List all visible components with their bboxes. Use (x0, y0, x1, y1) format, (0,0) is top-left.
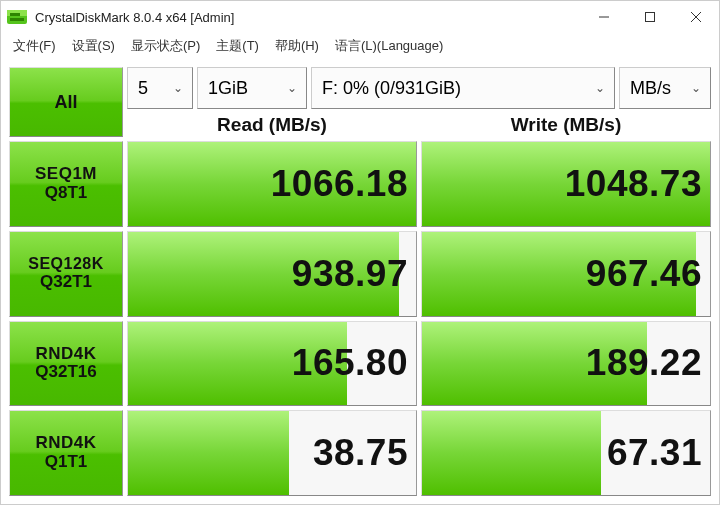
write-seq128k-cell: 967.46 (421, 231, 711, 317)
test-size-select[interactable]: 1GiB ⌄ (197, 67, 307, 109)
read-rnd4k-q32-cell: 165.80 (127, 321, 417, 407)
menu-language[interactable]: 语言(L)(Language) (327, 34, 451, 58)
write-rnd4k-q32-cell: 189.22 (421, 321, 711, 407)
test-label-l2: Q1T1 (45, 453, 88, 472)
read-rnd4k-q1-cell: 38.75 (127, 410, 417, 496)
write-seq128k-value: 967.46 (586, 232, 702, 316)
test-label-l2: Q32T1 (40, 273, 92, 292)
write-rnd4k-q1-value: 67.31 (607, 411, 702, 495)
menu-status[interactable]: 显示状态(P) (123, 34, 208, 58)
test-label-l1: RND4K (35, 434, 96, 453)
window-title: CrystalDiskMark 8.0.4 x64 [Admin] (35, 10, 581, 25)
read-seq1m-value: 1066.18 (271, 142, 408, 226)
unit-value: MB/s (630, 78, 684, 99)
run-seq1m-button[interactable]: SEQ1M Q8T1 (9, 141, 123, 227)
toolbar: 5 ⌄ 1GiB ⌄ F: 0% (0/931GiB) ⌄ MB/s ⌄ (127, 67, 711, 109)
chevron-down-icon: ⌄ (684, 81, 704, 95)
menubar: 文件(F) 设置(S) 显示状态(P) 主题(T) 帮助(H) 语言(L)(La… (1, 33, 719, 60)
read-seq128k-value: 938.97 (292, 232, 408, 316)
app-window: CrystalDiskMark 8.0.4 x64 [Admin] 文件(F) … (0, 0, 720, 505)
svg-rect-4 (646, 13, 655, 22)
run-rnd4k-q1-button[interactable]: RND4K Q1T1 (9, 410, 123, 496)
menu-settings[interactable]: 设置(S) (64, 34, 123, 58)
read-rnd4k-q1-value: 38.75 (313, 411, 408, 495)
close-icon (691, 12, 701, 22)
window-controls (581, 1, 719, 33)
test-count-select[interactable]: 5 ⌄ (127, 67, 193, 109)
maximize-icon (645, 12, 655, 22)
minimize-button[interactable] (581, 1, 627, 33)
chevron-down-icon: ⌄ (588, 81, 608, 95)
write-seq1m-value: 1048.73 (565, 142, 702, 226)
run-all-button[interactable]: All (9, 67, 123, 137)
chevron-down-icon: ⌄ (280, 81, 300, 95)
write-seq1m-cell: 1048.73 (421, 141, 711, 227)
menu-file[interactable]: 文件(F) (5, 34, 64, 58)
minimize-icon (599, 12, 609, 22)
test-label-l1: SEQ128K (28, 255, 104, 273)
close-button[interactable] (673, 1, 719, 33)
svg-rect-2 (10, 13, 20, 16)
menu-theme[interactable]: 主题(T) (208, 34, 267, 58)
test-label-l2: Q8T1 (45, 184, 88, 203)
read-seq128k-cell: 938.97 (127, 231, 417, 317)
test-label-l2: Q32T16 (35, 363, 96, 382)
content-area: All 5 ⌄ 1GiB ⌄ F: 0% (0/931GiB) ⌄ MB/s ⌄ (1, 60, 719, 504)
unit-select[interactable]: MB/s ⌄ (619, 67, 711, 109)
write-rnd4k-q1-cell: 67.31 (421, 410, 711, 496)
test-label-l1: SEQ1M (35, 165, 97, 184)
test-label-l1: RND4K (35, 345, 96, 364)
run-all-label: All (54, 92, 77, 113)
benchmark-grid: All 5 ⌄ 1GiB ⌄ F: 0% (0/931GiB) ⌄ MB/s ⌄ (9, 67, 711, 496)
write-bar (422, 411, 601, 495)
chevron-down-icon: ⌄ (166, 81, 186, 95)
run-seq128k-button[interactable]: SEQ128K Q32T1 (9, 231, 123, 317)
maximize-button[interactable] (627, 1, 673, 33)
titlebar: CrystalDiskMark 8.0.4 x64 [Admin] (1, 1, 719, 33)
test-count-value: 5 (138, 78, 166, 99)
app-icon (7, 7, 27, 27)
run-rnd4k-q32-button[interactable]: RND4K Q32T16 (9, 321, 123, 407)
write-header: Write (MB/s) (421, 113, 711, 137)
drive-select[interactable]: F: 0% (0/931GiB) ⌄ (311, 67, 615, 109)
test-size-value: 1GiB (208, 78, 280, 99)
drive-value: F: 0% (0/931GiB) (322, 78, 588, 99)
svg-rect-3 (10, 18, 24, 21)
read-seq1m-cell: 1066.18 (127, 141, 417, 227)
write-rnd4k-q32-value: 189.22 (586, 322, 702, 406)
read-bar (128, 411, 289, 495)
read-header: Read (MB/s) (127, 113, 417, 137)
menu-help[interactable]: 帮助(H) (267, 34, 327, 58)
read-rnd4k-q32-value: 165.80 (292, 322, 408, 406)
